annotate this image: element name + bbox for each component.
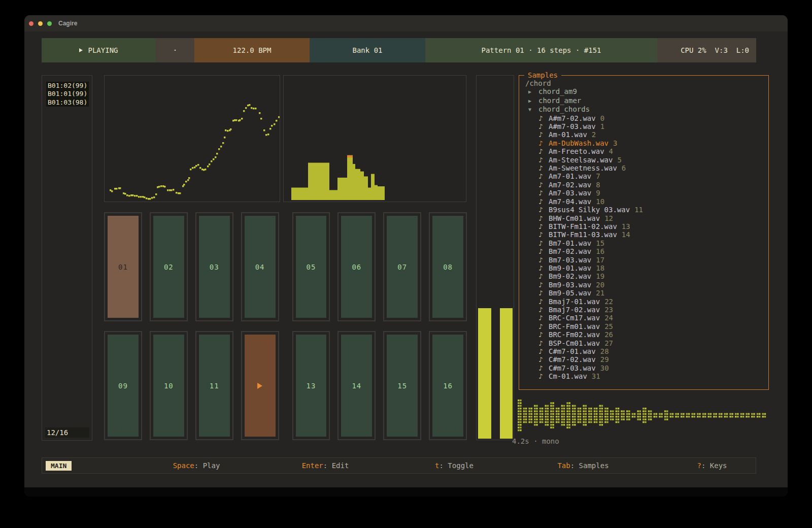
music-note-icon: ♪ (538, 214, 549, 222)
sample-file-row[interactable]: ♪Bm7-03.wav17 (525, 256, 768, 264)
sample-file-row[interactable]: ♪Am7-02.wav8 (525, 181, 768, 189)
sample-file-row[interactable]: ♪Am7-01.wav7 (525, 172, 768, 180)
vu-meter-left (478, 308, 491, 439)
music-note-icon: ♪ (538, 298, 549, 306)
key-hint: Enter: Edit (261, 461, 390, 470)
pad-16[interactable]: 16 (429, 331, 467, 440)
music-note-icon: ♪ (538, 289, 549, 297)
file-index: 24 (604, 314, 613, 322)
folder-row[interactable]: ▶chord_amer (525, 96, 768, 105)
sample-file-row[interactable]: ♪BITW-Fm11-03.wav14 (525, 230, 768, 239)
file-index: 30 (600, 364, 609, 372)
sample-file-row[interactable]: ♪BITW-Fm11-02.wav13 (525, 222, 768, 230)
pad-playing-icon (257, 383, 262, 389)
sample-file-row[interactable]: ♪Bm9-03.wav20 (525, 281, 768, 289)
cpu-display: CPU 2% V:3 L:0 (657, 38, 756, 62)
music-note-icon: ♪ (538, 372, 549, 380)
sample-file-row[interactable]: ♪Bmaj7-01.wav22 (525, 298, 768, 306)
sample-file-row[interactable]: ♪Bm7-01.wav15 (525, 239, 768, 247)
file-name: Am-Sweetness.wav (549, 164, 617, 172)
pad-12[interactable] (241, 331, 279, 440)
file-name: C#m7-01.wav (549, 347, 596, 355)
pad-surface: 01 (108, 216, 139, 318)
pad-03[interactable]: 03 (195, 212, 233, 321)
sample-file-row[interactable]: ♪BRC-Fm02.wav26 (525, 331, 768, 339)
pad-label: 09 (118, 382, 128, 390)
samples-browser: Samples /chord▶chord_am9▶chord_amer▼chor… (519, 75, 769, 390)
sample-file-row[interactable]: ♪A#m7-02.wav0 (525, 114, 768, 122)
pad-label: 02 (164, 263, 174, 271)
sample-file-row[interactable]: ♪C#m7-01.wav28 (525, 347, 768, 355)
sample-file-row[interactable]: ♪BHW-Cm01.wav12 (525, 214, 768, 222)
music-note-icon: ♪ (538, 264, 549, 272)
file-name: Cm-01.wav (549, 372, 587, 380)
folder-row[interactable]: ▼chord_chords (525, 105, 768, 114)
pad-surface: 11 (199, 335, 230, 437)
sample-file-row[interactable]: ♪Am-DubWash.wav3 (525, 139, 768, 147)
pad-11[interactable]: 11 (195, 331, 233, 440)
file-index: 25 (604, 322, 613, 331)
music-note-icon: ♪ (538, 306, 549, 314)
pad-14[interactable]: 14 (337, 331, 376, 440)
music-note-icon: ♪ (538, 181, 549, 189)
file-index: 17 (596, 256, 604, 264)
folder-row[interactable]: ▶chord_am9 (525, 87, 768, 96)
sample-file-row[interactable]: ♪BSP-Cm01.wav27 (525, 339, 768, 347)
pad-15[interactable]: 15 (383, 331, 421, 440)
pad-08[interactable]: 08 (429, 212, 467, 321)
sample-file-row[interactable]: ♪Bm9-02.wav19 (525, 272, 768, 280)
music-note-icon: ♪ (538, 172, 549, 180)
music-note-icon: ♪ (538, 272, 549, 280)
file-name: BRC-Fm01.wav (549, 322, 600, 331)
pad-13[interactable]: 13 (292, 331, 330, 440)
pad-09[interactable]: 09 (104, 331, 142, 440)
bank-display: Bank 01 (310, 38, 425, 62)
sample-file-row[interactable]: ♪C#m7-03.wav30 (525, 364, 768, 372)
file-index: 26 (604, 331, 613, 339)
sample-file-row[interactable]: ♪Am-Freeto.wav4 (525, 147, 768, 155)
sample-file-row[interactable]: ♪Cm-01.wav31 (525, 372, 768, 380)
folder-expanded-icon: ▼ (528, 106, 538, 114)
window-bottom-edge (24, 487, 788, 497)
file-name: BRC-Fm02.wav (549, 331, 600, 339)
sample-file-row[interactable]: ♪BRC-Cm17.wav24 (525, 314, 768, 322)
file-name: Bm9-03.wav (549, 281, 591, 289)
play-icon (79, 48, 83, 52)
pad-04[interactable]: 04 (241, 212, 279, 321)
file-index: 23 (604, 306, 613, 314)
sample-file-row[interactable]: ♪Am7-04.wav10 (525, 197, 768, 206)
sample-file-row[interactable]: ♪B9sus4 Silky 03.wav11 (525, 206, 768, 214)
close-button[interactable] (29, 21, 33, 26)
sample-file-row[interactable]: ♪A#m7-03.wav1 (525, 122, 768, 130)
sample-file-row[interactable]: ♪BRC-Fm01.wav25 (525, 322, 768, 331)
pad-01[interactable]: 01 (104, 212, 142, 321)
window-title: Cagire (58, 20, 77, 27)
file-index: 14 (622, 230, 630, 239)
music-note-icon: ♪ (538, 281, 549, 289)
sample-file-row[interactable]: ♪Am-01.wav2 (525, 130, 768, 139)
minimize-button[interactable] (38, 21, 43, 26)
sample-file-row[interactable]: ♪Bmaj7-02.wav23 (525, 306, 768, 314)
file-index: 15 (596, 239, 604, 247)
key-name: ? (697, 461, 701, 470)
music-note-icon: ♪ (538, 130, 549, 139)
sample-file-row[interactable]: ♪Am-Steelsaw.wav5 (525, 156, 768, 164)
sample-file-row[interactable]: ♪Am-Sweetness.wav6 (525, 164, 768, 172)
pad-10[interactable]: 10 (150, 331, 188, 440)
music-note-icon: ♪ (538, 156, 549, 164)
maximize-button[interactable] (47, 21, 52, 26)
pad-06[interactable]: 06 (337, 212, 376, 321)
pad-05[interactable]: 05 (292, 212, 330, 321)
sample-file-row[interactable]: ♪Bm9-01.wav18 (525, 264, 768, 272)
pad-02[interactable]: 02 (150, 212, 188, 321)
file-index: 3 (613, 139, 617, 147)
sample-file-row[interactable]: ♪Bm7-02.wav16 (525, 247, 768, 255)
file-name: Bm7-03.wav (549, 256, 591, 264)
voice-row: B01:02(99) (46, 82, 89, 90)
pad-07[interactable]: 07 (383, 212, 421, 321)
pad-label: 14 (352, 382, 361, 390)
sample-file-row[interactable]: ♪Am7-03.wav9 (525, 189, 768, 197)
file-name: Bm7-01.wav (549, 239, 591, 247)
sample-file-row[interactable]: ♪C#m7-02.wav29 (525, 355, 768, 364)
sample-file-row[interactable]: ♪Bm9-05.wav21 (525, 289, 768, 297)
